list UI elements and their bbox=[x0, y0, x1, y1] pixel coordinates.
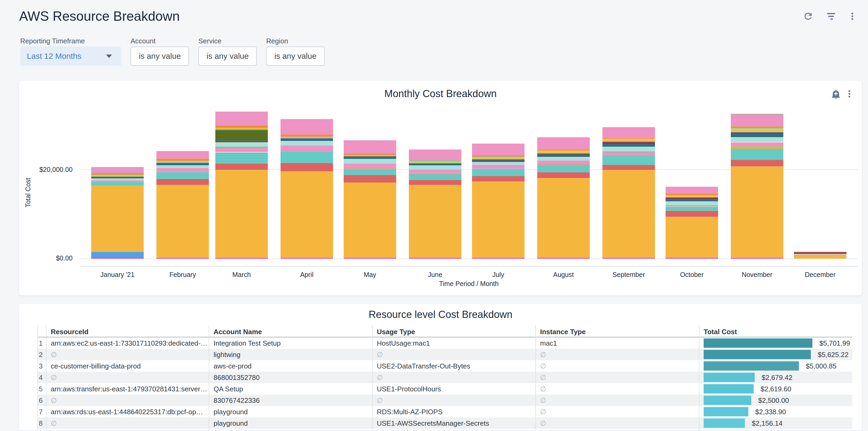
svg-text:February: February bbox=[169, 271, 196, 278]
svg-text:April: April bbox=[300, 271, 313, 278]
svg-text:$0.00: $0.00 bbox=[56, 254, 72, 262]
svg-text:May: May bbox=[364, 271, 376, 278]
svg-text:August: August bbox=[553, 271, 574, 278]
svg-text:November: November bbox=[742, 271, 772, 278]
svg-text:September: September bbox=[613, 271, 645, 278]
svg-text:December: December bbox=[805, 271, 836, 278]
svg-text:Total Cost: Total Cost bbox=[24, 178, 32, 207]
svg-text:October: October bbox=[680, 271, 704, 278]
svg-text:$20,000.00: $20,000.00 bbox=[39, 166, 72, 173]
svg-text:March: March bbox=[232, 271, 251, 278]
svg-text:June: June bbox=[428, 271, 442, 278]
svg-text:Time Period / Month: Time Period / Month bbox=[439, 280, 499, 287]
svg-text:January '21: January '21 bbox=[100, 271, 134, 278]
svg-text:July: July bbox=[492, 271, 504, 278]
